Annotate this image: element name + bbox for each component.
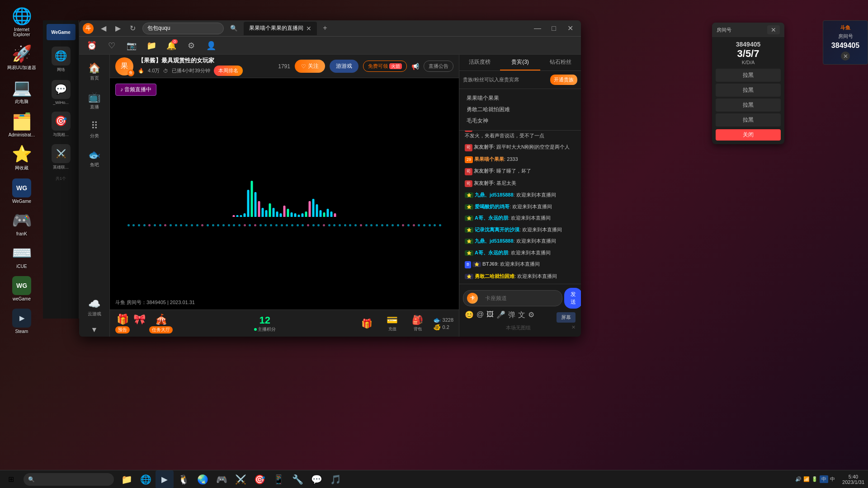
fish-ball-icon: 🐟 xyxy=(433,316,441,324)
float-close-x-btn[interactable]: ✕ xyxy=(767,25,780,34)
chat-input-field[interactable] xyxy=(480,292,558,304)
ban-btn-4[interactable]: 拉黑 xyxy=(716,113,781,127)
recharge-action-btn[interactable]: 💳 充值 xyxy=(382,314,402,333)
settings-icon-btn[interactable]: ⚙ xyxy=(184,38,198,53)
desktop-icon-icue[interactable]: ⌨️ iCUE xyxy=(5,241,39,271)
tray-icon-input[interactable]: 中 xyxy=(830,476,835,483)
history-icon-btn[interactable]: ⏰ xyxy=(85,38,99,53)
video-area[interactable]: ♪ 音频直播中 斗鱼 房间号：3849405 | 2023.01.31 xyxy=(110,78,459,310)
send-button[interactable]: 发送 xyxy=(564,288,581,309)
vip-btn[interactable]: 开通贵族 xyxy=(550,75,577,85)
image-icon[interactable]: 🖼 xyxy=(486,310,494,323)
forward-button[interactable]: ▶ xyxy=(112,22,124,35)
taskbar-time[interactable]: 5:40 2023/1/31 xyxy=(839,474,868,485)
taskbar-app2[interactable]: 📱 xyxy=(269,470,288,488)
nav-buttons: ◀ ▶ ↻ xyxy=(97,22,139,35)
taskbar-app5[interactable]: 🎵 xyxy=(326,470,344,488)
taskbar-edge[interactable]: 🌐 xyxy=(137,470,155,488)
wegame-item-lol[interactable]: ⚔️ 英雄联... xyxy=(45,141,77,173)
sidebar-item-category[interactable]: ⠿ 分类 xyxy=(81,116,108,143)
desktop-icon-frank[interactable]: 🎮 franK xyxy=(5,209,39,239)
backpack-action-btn[interactable]: 🎒 背包 xyxy=(408,314,428,333)
address-input[interactable] xyxy=(142,23,224,34)
wegame-item-network[interactable]: 🌐 网络 xyxy=(45,44,77,75)
chat-text: : 2333 xyxy=(504,156,518,162)
taskbar-netease[interactable]: 🐧 xyxy=(175,470,193,488)
desktop-icon-mypc[interactable]: 💻 此电脑 xyxy=(5,76,39,107)
taskbar-app4[interactable]: 💬 xyxy=(307,470,326,488)
taskbar-files[interactable]: 📁 xyxy=(118,470,136,488)
taskbar-game1[interactable]: 🎮 xyxy=(212,470,231,488)
tray-icon-2[interactable]: 📶 xyxy=(803,476,810,482)
highlight-item-2[interactable]: 勇敢二哈就怕困难 xyxy=(463,104,577,115)
maximize-button[interactable]: □ xyxy=(547,22,561,35)
close-notice-btn[interactable]: ✕ xyxy=(571,324,576,330)
highlight-item-1[interactable]: 果果喵个果果 xyxy=(463,93,577,104)
minimize-button[interactable]: — xyxy=(530,22,545,35)
back-button[interactable]: ◀ xyxy=(97,22,110,35)
emoji-icon[interactable]: 😊 xyxy=(465,310,474,323)
screen-button[interactable]: 屏幕 xyxy=(557,312,576,323)
taskbar-steam[interactable]: ▶ xyxy=(156,470,174,488)
tray-icon-3[interactable]: 🔋 xyxy=(811,476,818,482)
wegame-item-history[interactable]: 🎯 与我相... xyxy=(45,109,77,141)
welcome-badge: ⭐ xyxy=(465,250,473,256)
taskbar-browser[interactable]: 🌏 xyxy=(193,470,212,488)
sidebar-item-cloudgame[interactable]: ☁️ 云游戏 xyxy=(81,294,108,321)
ban-btn-1[interactable]: 拉黑 xyxy=(716,69,781,82)
messages-icon-btn[interactable]: 🔔 0 xyxy=(164,38,179,53)
highlight-item-3[interactable]: 毛毛女神 xyxy=(463,115,577,127)
start-button[interactable]: ⊞ xyxy=(0,470,22,488)
desktop-icon-uubooster[interactable]: 🚀 网易UU加速器 xyxy=(5,42,39,73)
favorites-icon-btn[interactable]: ♡ xyxy=(104,38,119,53)
rank-button[interactable]: 本周排名 xyxy=(214,66,243,76)
tab-close-icon[interactable]: ✕ xyxy=(306,25,311,32)
taskbar-lol[interactable]: ⚔️ xyxy=(231,470,250,488)
taskbar-app3[interactable]: 🔧 xyxy=(288,470,307,488)
desktop-icon-favorites[interactable]: ⭐ 网收藏 xyxy=(5,142,39,174)
desktop-icon-ie[interactable]: 🌐 Internet Explorer xyxy=(5,5,39,39)
sidebar-item-fishbar[interactable]: 🐟 鱼吧 xyxy=(81,145,108,172)
voice-icon[interactable]: 🎤 xyxy=(496,310,505,323)
settings-chat-icon[interactable]: ⚙ xyxy=(528,310,534,323)
ban-btn-3[interactable]: 拉黑 xyxy=(716,99,781,112)
gift-btn-bag[interactable]: 🎀 xyxy=(133,314,146,333)
screenshot-icon-btn[interactable]: 📷 xyxy=(124,38,139,53)
chat-message-9: ⭐A哥、永远的朋: 欢迎来到本直播间 xyxy=(462,213,578,223)
font-icon[interactable]: 文 xyxy=(518,310,525,323)
taskbar-search[interactable]: 🔍 xyxy=(24,473,114,486)
user-icon-btn[interactable]: 👤 xyxy=(204,38,218,53)
refresh-button[interactable]: ↻ xyxy=(126,22,139,35)
broadcast-button[interactable]: 直播公告 xyxy=(424,61,453,72)
sidebar-item-live[interactable]: 📺 直播 xyxy=(81,87,108,114)
desktop-icon-wegame2[interactable]: WG weGame xyxy=(5,274,39,304)
desktop-icon-admin[interactable]: 🗂️ Administrat... xyxy=(5,110,39,140)
gift-action-btn[interactable]: 🎁 xyxy=(357,314,377,333)
wegame-item-wiho[interactable]: 💬 _WiHo... xyxy=(45,76,77,108)
follow-button[interactable]: ♡ 关注 xyxy=(295,60,325,73)
taskbar-app1[interactable]: 🎯 xyxy=(250,470,269,488)
files-icon-btn[interactable]: 📁 xyxy=(144,38,159,53)
ban-btn-2[interactable]: 拉黑 xyxy=(716,84,781,97)
sidebar-item-home[interactable]: 🏠 首页 xyxy=(81,58,108,85)
tab-vip[interactable]: 贵宾(3) xyxy=(500,55,541,70)
gift-btn-mission[interactable]: 🎪 任务大厅 xyxy=(149,314,173,333)
game-button[interactable]: 游游戏 xyxy=(330,60,359,73)
mission-icon: 🎪 xyxy=(155,314,167,325)
gift-btn-preview[interactable]: 🎁 预告 xyxy=(115,314,130,333)
new-tab-button[interactable]: + xyxy=(319,22,331,34)
panel-close-btn[interactable]: ✕ xyxy=(841,52,850,61)
desktop-icon-steam[interactable]: ▶ Steam xyxy=(5,306,39,336)
tab-diamond[interactable]: 钻石粉丝 xyxy=(540,55,581,70)
sidebar-collapse-btn[interactable]: ▼ xyxy=(81,323,108,337)
desktop-icon-wegame[interactable]: WG WeGame xyxy=(5,176,39,206)
at-icon[interactable]: @ xyxy=(476,310,484,323)
tray-icon-1[interactable]: 🔊 xyxy=(795,476,802,482)
active-tab[interactable]: 果果喵个果果的直播间 ✕ xyxy=(244,22,317,35)
barrage-icon[interactable]: 弹 xyxy=(508,310,515,323)
close-room-btn[interactable]: 关闭 xyxy=(716,129,781,141)
tray-icon-lang[interactable]: 中 xyxy=(820,475,828,483)
close-button[interactable]: ✕ xyxy=(563,22,577,35)
tab-activity[interactable]: 活跃度榜 xyxy=(459,55,500,70)
search-button[interactable]: 🔍 xyxy=(227,22,240,35)
